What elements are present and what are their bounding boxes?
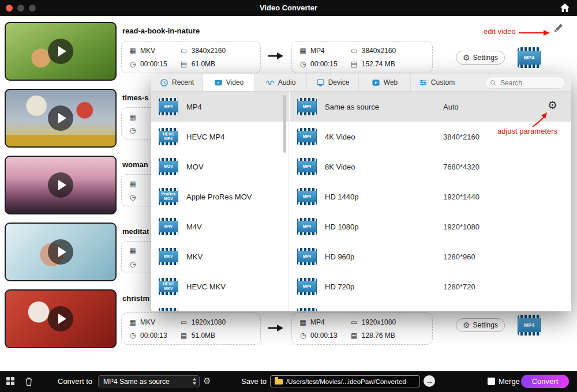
trash-icon[interactable]	[24, 376, 33, 389]
clock-icon: ◷	[129, 126, 137, 134]
tab-label: Audio	[278, 78, 296, 86]
format-item-mkv[interactable]: MKV MKV	[151, 242, 288, 272]
preset-label: Same as source	[325, 103, 435, 111]
source-duration: 00:00:15	[140, 60, 167, 68]
format-item-prores-mov[interactable]: ProRes MOV Apple ProRes MOV	[151, 182, 288, 212]
play-icon[interactable]	[48, 239, 73, 265]
home-icon[interactable]	[560, 3, 570, 15]
stepper-arrows-icon	[192, 378, 197, 385]
tab-video[interactable]: Video	[203, 74, 255, 91]
target-resolution: 1920x1080	[362, 318, 396, 326]
save-path-field[interactable]: /Users/test/Movies/...ideoPaw/Converted	[270, 375, 420, 387]
clock-icon: ◷	[129, 260, 137, 268]
format-item-mp4[interactable]: MP4 MP4	[151, 92, 288, 122]
search-field[interactable]	[485, 77, 565, 89]
video-thumbnail-woman-sunset[interactable]	[5, 156, 117, 214]
play-icon[interactable]	[48, 306, 73, 331]
adjust-parameters-arrow	[530, 111, 550, 130]
size-icon: ▤	[180, 331, 188, 340]
format-label: MKV	[186, 252, 203, 261]
waveform-icon	[266, 78, 275, 87]
clock-icon: ◷	[299, 331, 307, 340]
film-icon: MP4	[297, 278, 317, 295]
format-item-hevc-mkv[interactable]: HEVC MKV HEVC MKV	[151, 272, 288, 301]
film-icon: ProRes MOV	[159, 188, 178, 205]
video-thumbnail-read-a-book[interactable]	[5, 22, 117, 81]
merge-checkbox[interactable]	[488, 378, 495, 385]
preset-label: 4K Video	[325, 133, 435, 141]
preset-item-hd720[interactable]: MP4 HD 720p 1280*720	[290, 272, 571, 301]
preset-label: 8K Video	[325, 163, 435, 171]
preset-item-same-as-source[interactable]: MP4 Same as source Auto ⚙	[290, 92, 571, 122]
tab-recent[interactable]: Recent	[151, 74, 203, 91]
format-icon: ▦	[129, 180, 137, 188]
preset-list: MP4 Same as source Auto ⚙ MP4 4K Video 3…	[290, 92, 571, 311]
resolution-icon: ▭	[180, 47, 188, 55]
edit-pencil-icon[interactable]	[552, 22, 564, 37]
preset-item-4k[interactable]: MP4 4K Video 3840*2160	[290, 122, 571, 152]
convert-to-select[interactable]: MP4 Same as source	[98, 375, 200, 387]
format-icon: ▦	[129, 113, 137, 121]
convert-button[interactable]: Convert	[521, 375, 569, 388]
play-icon[interactable]	[48, 172, 73, 198]
tab-label: Video	[226, 78, 243, 86]
film-icon	[159, 308, 178, 311]
preset-item-hd1080[interactable]: MP4 HD 1080p 1920*1080	[290, 212, 571, 242]
play-icon[interactable]	[48, 105, 73, 131]
tab-web[interactable]: Web	[359, 74, 411, 91]
sliders-icon	[419, 78, 428, 87]
format-item-m4v[interactable]: M4V M4V	[151, 212, 288, 242]
preset-value: 1920*1440	[443, 193, 479, 201]
play-icon[interactable]	[48, 39, 73, 64]
tab-custom[interactable]: Custom	[411, 74, 463, 91]
target-size: 128.76 MB	[362, 331, 395, 340]
preset-item-hd1440[interactable]: MP4 HD 1440p 1920*1440	[290, 182, 571, 212]
preset-item-partial[interactable]	[290, 301, 571, 311]
format-label: HEVC MP4	[186, 133, 224, 141]
film-icon: M4V	[159, 218, 178, 235]
convert-arrow-icon	[267, 323, 284, 335]
settings-button[interactable]: ⚙ Settings	[456, 51, 505, 65]
video-thumbnail-times-square[interactable]	[5, 89, 117, 148]
preset-label: HD 1080p	[325, 223, 435, 231]
settings-button[interactable]: ⚙ Settings	[456, 318, 505, 332]
tab-audio[interactable]: Audio	[255, 74, 307, 91]
size-icon: ▤	[350, 60, 358, 68]
target-duration: 00:00:13	[310, 331, 338, 340]
resolution-icon: ▭	[350, 47, 358, 55]
source-info-box: ▦MKV ◷00:00:15 ▭3840x2160 ▤61.0MB	[121, 41, 261, 73]
adjust-parameters-gear-icon[interactable]: ⚙	[548, 100, 557, 111]
source-info-box: ▦MKV ◷00:00:13 ▭1920x1080 ▤51.0MB	[121, 312, 261, 345]
video-thumbnail-meditation[interactable]	[5, 223, 117, 281]
search-icon	[490, 79, 496, 86]
film-icon: HEVC MKV	[159, 278, 178, 295]
preset-item-hd960[interactable]: MP4 HD 960p 1280*960	[290, 242, 571, 272]
grid-view-icon[interactable]	[6, 376, 15, 388]
format-item-partial[interactable]	[151, 301, 288, 311]
size-icon: ▤	[350, 331, 358, 340]
format-icon: ▦	[129, 318, 137, 326]
target-duration: 00:00:15	[310, 60, 338, 68]
output-settings-gear-icon[interactable]: ⚙	[203, 376, 211, 385]
output-format-icon[interactable]: MP4	[518, 47, 541, 68]
target-format: MP4	[310, 47, 325, 55]
video-thumbnail-christmas[interactable]	[5, 289, 117, 348]
video-title: times-s	[122, 93, 149, 102]
format-item-hevc-mp4[interactable]: HEVC MP4 HEVC MP4	[151, 122, 288, 152]
format-label: M4V	[186, 223, 202, 231]
output-format-icon[interactable]: MP4	[518, 315, 541, 336]
preset-value: 1280*720	[443, 282, 475, 291]
film-icon: MP4	[297, 128, 317, 145]
open-folder-button[interactable]: →	[424, 375, 435, 387]
source-format: MKV	[140, 318, 155, 326]
preset-item-8k[interactable]: MP4 8K Video 7680*4320	[290, 152, 571, 182]
format-item-mov[interactable]: MOV MOV	[151, 152, 288, 182]
search-input[interactable]	[499, 78, 560, 88]
edit-video-annotation: edit video	[484, 27, 516, 36]
preset-label: HD 1440p	[325, 193, 435, 201]
scrollbar[interactable]	[283, 95, 286, 153]
video-title: christm	[122, 294, 149, 303]
tab-device[interactable]: Device	[307, 74, 359, 91]
format-label: MOV	[186, 163, 204, 171]
preset-value: 1920*1080	[443, 223, 479, 231]
